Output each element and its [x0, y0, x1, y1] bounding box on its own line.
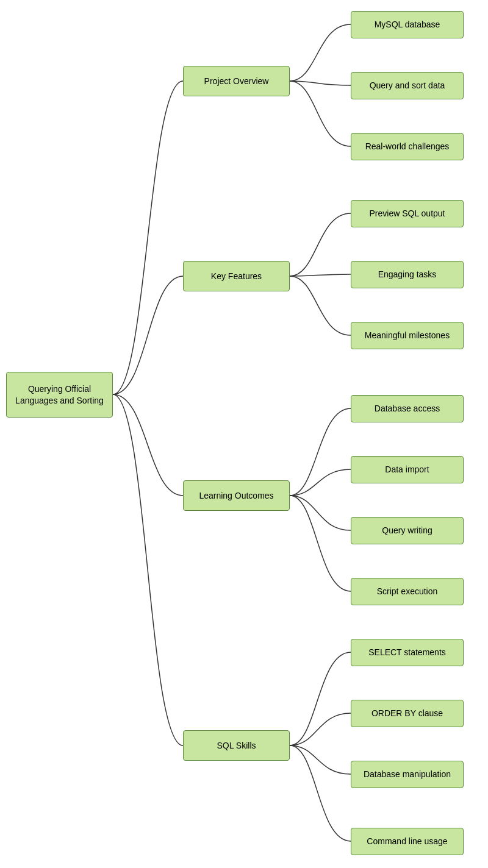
- meaningful-milestones-node: Meaningful milestones: [351, 322, 464, 349]
- command-line-usage-node: Command line usage: [351, 828, 464, 855]
- engaging-tasks-node: Engaging tasks: [351, 261, 464, 288]
- preview-sql-output-node: Preview SQL output: [351, 200, 464, 227]
- key-features-node: Key Features: [183, 261, 290, 291]
- mind-map-diagram: Querying OfficialLanguages and Sorting P…: [0, 0, 488, 868]
- learning-outcomes-node: Learning Outcomes: [183, 480, 290, 511]
- data-import-node: Data import: [351, 456, 464, 483]
- project-overview-node: Project Overview: [183, 66, 290, 96]
- query-sort-data-node: Query and sort data: [351, 72, 464, 99]
- sql-skills-node: SQL Skills: [183, 730, 290, 761]
- database-manipulation-node: Database manipulation: [351, 761, 464, 788]
- root-node: Querying OfficialLanguages and Sorting: [6, 372, 113, 418]
- mysql-database-node: MySQL database: [351, 11, 464, 38]
- script-execution-node: Script execution: [351, 578, 464, 605]
- database-access-node: Database access: [351, 395, 464, 422]
- real-world-challenges-node: Real-world challenges: [351, 133, 464, 160]
- select-statements-node: SELECT statements: [351, 639, 464, 666]
- order-by-clause-node: ORDER BY clause: [351, 700, 464, 727]
- query-writing-node: Query writing: [351, 517, 464, 544]
